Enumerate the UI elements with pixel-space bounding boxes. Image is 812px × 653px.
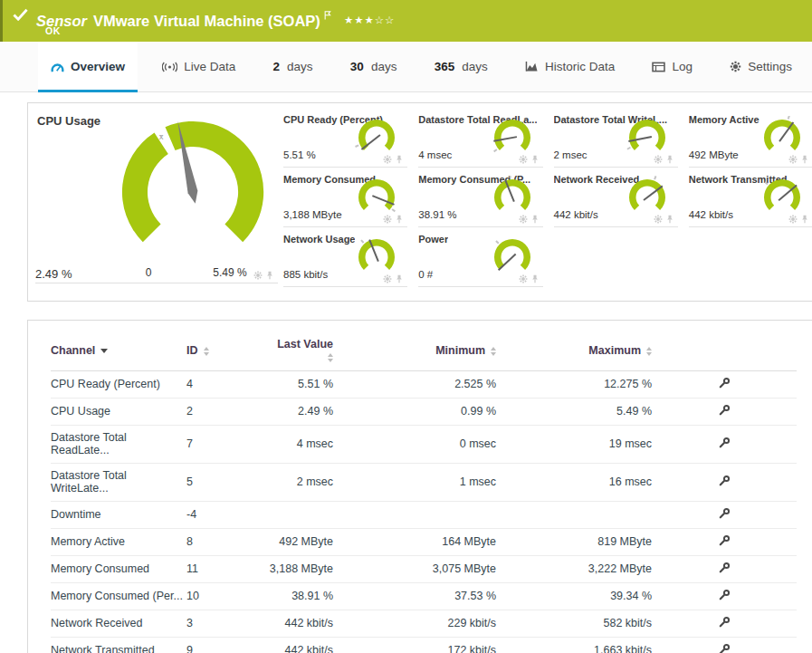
gear-icon[interactable] [253, 271, 263, 280]
gauges-panel: CPU Usage x̄ 2.49 % 0 5.49 % CPU Ready (… [27, 102, 812, 302]
channel-settings-button[interactable] [719, 404, 731, 418]
table-row: Downtime-4 [51, 502, 797, 529]
column-header-id[interactable]: ID [186, 331, 268, 371]
channel-settings-button[interactable] [719, 562, 731, 576]
gauge[interactable] [353, 235, 400, 277]
gauge[interactable] [759, 116, 806, 158]
gauge-tile-network-usage[interactable]: Network Usage885 kbit/s [283, 232, 407, 287]
gauge-tile-memory-active[interactable]: Memory Active492 MByte [689, 112, 812, 168]
channel-settings-button[interactable] [719, 534, 731, 549]
cell-id: -4 [186, 502, 268, 529]
cell-actions [652, 502, 797, 529]
tab-30-days[interactable]: 30days [338, 42, 410, 91]
tab-overview[interactable]: Overview [38, 42, 138, 91]
tab-historic-data[interactable]: Historic Data [512, 42, 627, 91]
tab-live-data[interactable]: Live Data [149, 42, 248, 91]
gauge-current-value: 38.91 % [418, 209, 456, 220]
gauge[interactable] [353, 116, 400, 158]
gauge[interactable] [759, 176, 806, 217]
pin-icon[interactable] [395, 215, 404, 224]
sort-updown-icon [646, 347, 652, 356]
pin-icon[interactable] [800, 155, 809, 164]
tab-settings[interactable]: Settings [717, 42, 805, 91]
wrench-icon [719, 475, 731, 489]
tab-number: 2 [273, 60, 281, 73]
pin-icon[interactable] [530, 215, 540, 224]
column-header-maximum[interactable]: Maximum [496, 331, 652, 371]
cell-maximum: 819 MByte [496, 529, 652, 556]
gear-icon[interactable] [383, 215, 392, 224]
tab-2-days[interactable]: 2days [261, 42, 326, 91]
cell-last_value: 442 kbit/s [268, 610, 333, 638]
channel-settings-button[interactable] [719, 475, 731, 489]
gear-icon[interactable] [383, 155, 392, 164]
gear-icon[interactable] [654, 155, 663, 164]
channel-settings-button[interactable] [719, 589, 731, 603]
column-header-last-value[interactable]: Last Value [268, 331, 333, 371]
column-label: Last Value [277, 338, 333, 351]
cell-last_value: 3,188 MByte [268, 556, 333, 583]
wrench-icon [719, 562, 731, 576]
gauge[interactable] [624, 176, 671, 217]
pin-icon[interactable] [265, 271, 274, 280]
gauge-tile-memory-consumed[interactable]: Memory Consumed3,188 MByte [283, 172, 407, 227]
gear-icon[interactable] [519, 155, 528, 164]
tab-log[interactable]: Log [639, 42, 705, 91]
pin-icon[interactable] [530, 274, 540, 283]
gauge-tile-cpu-usage[interactable]: CPU Usage x̄ 2.49 % 0 5.49 % [35, 110, 278, 283]
channel-settings-button[interactable] [719, 507, 731, 522]
cell-minimum: 0.99 % [333, 399, 496, 426]
channel-settings-button[interactable] [719, 643, 731, 653]
average-marker [765, 182, 768, 185]
wrench-icon [719, 589, 731, 603]
gauge-current-value: 2 msec [554, 149, 588, 160]
gauge[interactable] [624, 116, 671, 158]
column-header-minimum[interactable]: Minimum [333, 331, 496, 371]
pin-icon[interactable] [530, 155, 540, 164]
pin-icon[interactable] [395, 274, 404, 283]
gauge-tile-memory-consumed-p[interactable]: Memory Consumed (P...38.91 % [418, 172, 542, 227]
gear-icon[interactable] [654, 215, 663, 224]
gauge-tile-actions [383, 274, 404, 283]
pin-icon[interactable] [800, 215, 809, 224]
gauge-title: Memory Active [689, 114, 759, 125]
gauge-tile-datastore-total-writel[interactable]: Datastore Total WriteL...2 msec [554, 112, 678, 168]
cpu-usage-gauge[interactable]: x̄ [82, 120, 303, 255]
cell-actions [652, 610, 797, 638]
pin-icon[interactable] [395, 155, 404, 164]
gear-icon[interactable] [788, 215, 798, 224]
pin-icon[interactable] [665, 215, 674, 224]
column-header-channel[interactable]: Channel [51, 331, 186, 371]
pin-icon[interactable] [665, 155, 674, 164]
gauge-tile-actions [519, 215, 540, 224]
cell-last_value: 492 MByte [268, 529, 333, 556]
gear-icon[interactable] [519, 274, 528, 283]
channel-settings-button[interactable] [719, 377, 731, 391]
gauge-tile-network-transmitted[interactable]: Network Transmitted442 kbit/s [689, 172, 812, 227]
gauge[interactable] [353, 176, 400, 217]
gauge[interactable] [489, 235, 536, 277]
gauge-current-value: 442 kbit/s [689, 209, 733, 220]
cell-maximum: 3,222 MByte [496, 556, 652, 583]
column-label: Maximum [588, 344, 641, 357]
gauge[interactable] [489, 116, 536, 158]
gear-icon[interactable] [788, 155, 798, 164]
gauge-tile-cpu-ready-percent[interactable]: CPU Ready (Percent)5.51 % [283, 112, 407, 168]
channel-settings-button[interactable] [719, 437, 731, 451]
gauge-tile-power[interactable]: Power0 # [418, 232, 542, 287]
cell-actions [652, 638, 797, 653]
gauge[interactable] [489, 176, 536, 217]
gauge-current-value: 492 MByte [689, 149, 739, 160]
flag-icon[interactable] [324, 6, 331, 23]
cell-last_value: 4 msec [268, 426, 333, 464]
gauge-tile-datastore-total-readla[interactable]: Datastore Total ReadLa...4 msec [418, 112, 542, 168]
channel-settings-button[interactable] [719, 616, 731, 630]
gear-icon[interactable] [519, 215, 528, 224]
gear-icon[interactable] [383, 274, 392, 283]
gauge-tile-network-received[interactable]: Network Received442 kbit/s [554, 172, 678, 227]
cell-last_value [268, 502, 333, 529]
priority-stars[interactable]: ★★★☆☆ [344, 14, 396, 25]
table-row: CPU Usage22.49 %0.99 %5.49 % [51, 399, 797, 426]
cell-actions [652, 399, 797, 426]
tab-365-days[interactable]: 365days [422, 42, 501, 91]
